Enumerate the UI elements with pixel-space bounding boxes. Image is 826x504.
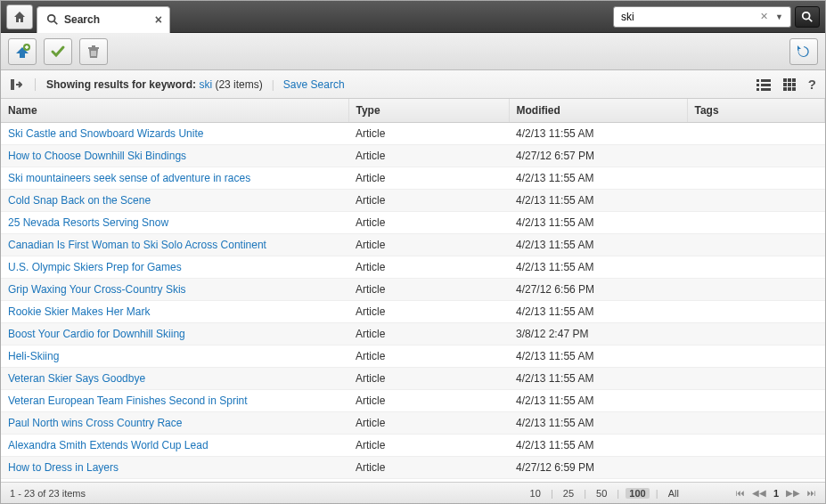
add-button[interactable] [8, 38, 37, 65]
cell-type: Article [348, 212, 509, 234]
cell-tags [687, 390, 825, 412]
clear-search-icon[interactable]: ✕ [756, 11, 772, 22]
help-icon[interactable]: ? [808, 77, 816, 92]
table-row[interactable]: Veteran Skier Says GoodbyeArticle4/2/13 … [1, 368, 825, 390]
table-row[interactable]: Rookie Skier Makes Her MarkArticle4/2/13… [1, 301, 825, 323]
col-header-modified[interactable]: Modified [509, 99, 687, 123]
item-link[interactable]: Paul North wins Cross Country Race [8, 417, 182, 429]
next-page-button[interactable]: ▶▶ [786, 488, 800, 498]
table-row[interactable]: U.S. Olympic Skiers Prep for GamesArticl… [1, 256, 825, 279]
close-icon[interactable]: × [155, 13, 162, 26]
cell-tags [687, 368, 825, 390]
cell-type: Article [348, 323, 509, 345]
item-link[interactable]: Ski Castle and Snowboard Wizards Unite [8, 127, 203, 140]
item-link[interactable]: Boost Your Cardio for Downhill Skiing [8, 328, 185, 340]
results-table-wrap: Name Type Modified Tags Ski Castle and S… [1, 99, 825, 482]
cell-modified: 4/2/13 11:55 AM [509, 234, 687, 256]
table-row[interactable]: Ski Castle and Snowboard Wizards UniteAr… [1, 123, 825, 145]
table-row[interactable]: How to Choose Downhill Ski BindingsArtic… [1, 145, 825, 167]
table-row[interactable]: Canadian Is First Woman to Ski Solo Acro… [1, 234, 825, 256]
delete-button[interactable] [79, 38, 108, 65]
tab-label: Search [64, 13, 100, 26]
item-link[interactable]: Veteran Skier Says Goodbye [8, 372, 145, 385]
item-link[interactable]: Veteran European Team Finishes Second in… [8, 394, 248, 407]
item-link[interactable]: Rookie Skier Makes Her Mark [8, 305, 150, 318]
cell-modified: 4/2/13 11:55 AM [509, 390, 687, 412]
item-link[interactable]: Cold Snap Back on the Scene [8, 194, 151, 207]
save-search-link[interactable]: Save Search [283, 78, 345, 91]
home-icon [12, 10, 27, 24]
item-link[interactable]: Heli-Skiing [8, 350, 59, 362]
table-row[interactable]: Alexandra Smith Extends World Cup LeadAr… [1, 435, 825, 457]
view-controls: ? [756, 77, 816, 92]
search-dropdown-icon[interactable]: ▼ [772, 12, 787, 21]
cell-modified: 4/2/13 11:55 AM [509, 190, 687, 212]
table-row[interactable]: Paul North wins Cross Country RaceArticl… [1, 412, 825, 435]
cell-modified: 4/27/12 6:57 PM [509, 145, 687, 167]
cell-modified: 3/8/12 2:47 PM [509, 323, 687, 345]
current-page: 1 [773, 488, 779, 499]
item-link[interactable]: 25 Nevada Resorts Serving Snow [8, 216, 168, 229]
item-range: 1 - 23 of 23 items [10, 488, 86, 499]
page-size-option[interactable]: 50 [593, 488, 610, 499]
table-row[interactable]: Grip Waxing Your Cross-Country SkisArtic… [1, 279, 825, 301]
svg-rect-9 [761, 79, 771, 82]
first-page-button[interactable]: ⏮ [736, 488, 745, 498]
magnifier-icon [801, 11, 814, 23]
item-link[interactable]: Canadian Is First Woman to Ski Solo Acro… [8, 239, 266, 251]
cell-tags [687, 301, 825, 323]
item-link[interactable]: Grip Waxing Your Cross-Country Skis [8, 283, 186, 296]
table-row[interactable]: Ski mountaineers seek sense of adventure… [1, 167, 825, 190]
refresh-button[interactable] [789, 38, 818, 65]
item-link[interactable]: U.S. Olympic Skiers Prep for Games [8, 261, 182, 273]
cell-type: Article [348, 279, 509, 301]
list-view-icon[interactable] [756, 78, 771, 91]
item-link[interactable]: How to Dress in Layers [8, 461, 119, 474]
prev-page-button[interactable]: ◀◀ [752, 488, 766, 498]
table-row[interactable]: Cold Snap Back on the SceneArticle4/2/13… [1, 190, 825, 212]
table-row[interactable]: Heli-SkiingArticle4/2/13 11:55 AM [1, 345, 825, 368]
info-bar: Showing results for keyword: ski (23 ite… [1, 70, 825, 99]
page-size-option[interactable]: All [665, 488, 683, 499]
cell-tags [687, 279, 825, 301]
page-size-option[interactable]: 25 [560, 488, 577, 499]
table-row[interactable]: Veteran European Team Finishes Second in… [1, 390, 825, 412]
cell-modified: 4/2/13 11:55 AM [509, 368, 687, 390]
svg-line-1 [54, 21, 58, 25]
cell-tags [687, 190, 825, 212]
item-link[interactable]: How to Choose Downhill Ski Bindings [8, 150, 186, 162]
col-header-tags[interactable]: Tags [687, 99, 825, 123]
cell-tags [687, 234, 825, 256]
search-input[interactable] [621, 8, 756, 26]
search-submit-button[interactable] [795, 6, 820, 28]
cell-type: Article [348, 390, 509, 412]
grid-view-icon[interactable] [783, 78, 796, 91]
page-size-option[interactable]: 10 [527, 488, 544, 499]
item-link[interactable]: Ski mountaineers seek sense of adventure… [8, 172, 250, 184]
export-icon[interactable] [10, 78, 36, 91]
results-count: (23 items) [215, 78, 262, 91]
cell-tags [687, 212, 825, 234]
svg-line-3 [809, 18, 813, 21]
table-row[interactable]: How to Dress in LayersArticle4/27/12 6:5… [1, 457, 825, 479]
cell-tags [687, 435, 825, 457]
svg-rect-12 [783, 78, 787, 82]
svg-rect-11 [761, 88, 771, 91]
home-button[interactable] [6, 4, 33, 29]
tab-search[interactable]: Search × [37, 6, 170, 33]
col-header-name[interactable]: Name [1, 99, 348, 123]
col-header-type[interactable]: Type [348, 99, 509, 123]
table-row[interactable]: Boost Your Cardio for Downhill SkiingArt… [1, 323, 825, 345]
cell-modified: 4/2/13 11:55 AM [509, 412, 687, 435]
approve-button[interactable] [44, 38, 72, 65]
item-link[interactable]: Alexandra Smith Extends World Cup Lead [8, 439, 209, 451]
magnifier-icon [46, 13, 59, 26]
svg-rect-8 [756, 88, 759, 91]
table-row[interactable]: 25 Nevada Resorts Serving SnowArticle4/2… [1, 212, 825, 234]
cell-tags [687, 145, 825, 167]
page-size-option[interactable]: 100 [626, 488, 649, 499]
last-page-button[interactable]: ⏭ [807, 488, 816, 498]
cell-type: Article [348, 435, 509, 457]
cell-type: Article [348, 190, 509, 212]
refresh-icon [796, 44, 812, 60]
